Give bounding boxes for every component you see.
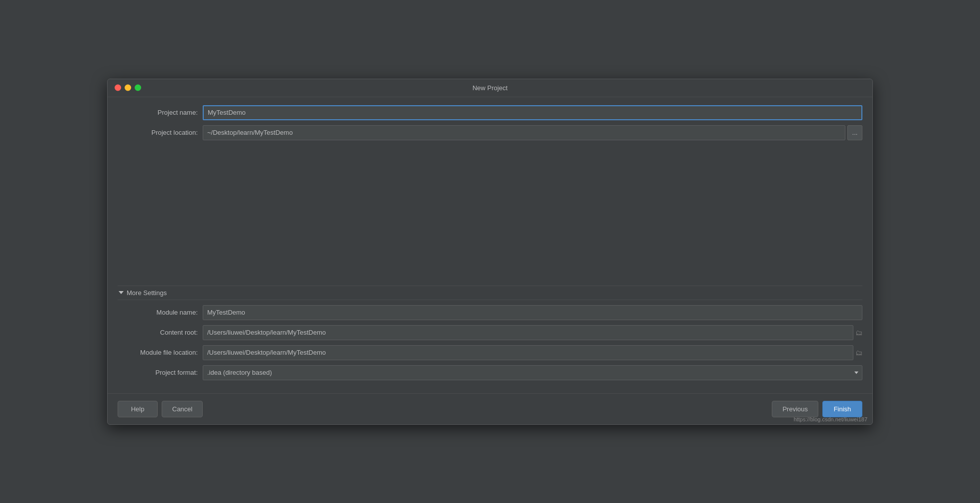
titlebar: New Project bbox=[108, 79, 872, 97]
footer-right: Previous Finish bbox=[772, 401, 862, 417]
project-name-input[interactable] bbox=[203, 105, 862, 120]
browse-button[interactable]: ... bbox=[847, 125, 862, 140]
project-location-label: Project location: bbox=[118, 129, 198, 136]
traffic-lights bbox=[115, 85, 141, 91]
chevron-down-icon bbox=[119, 291, 124, 294]
project-format-select[interactable]: .idea (directory based) .ipr (file based… bbox=[203, 365, 862, 380]
project-name-row: Project name: bbox=[118, 105, 862, 120]
previous-button[interactable]: Previous bbox=[772, 401, 818, 417]
dialog-footer: Help Cancel Previous Finish bbox=[108, 393, 872, 424]
footer-left: Help Cancel bbox=[118, 401, 203, 417]
module-name-row: Module name: bbox=[118, 305, 862, 320]
module-file-location-input[interactable] bbox=[203, 345, 853, 360]
project-location-input-wrap: ... bbox=[203, 125, 862, 140]
finish-button[interactable]: Finish bbox=[822, 401, 862, 417]
module-name-label: Module name: bbox=[118, 309, 198, 316]
module-file-location-label: Module file location: bbox=[118, 349, 198, 356]
module-file-location-input-wrap: 🗂 bbox=[203, 345, 862, 360]
content-root-label: Content root: bbox=[118, 329, 198, 336]
more-settings-header[interactable]: More Settings bbox=[118, 286, 862, 300]
watermark: https://blog.csdn.net/liuwei187 bbox=[794, 416, 867, 422]
maximize-button[interactable] bbox=[135, 85, 141, 91]
more-settings-label: More Settings bbox=[127, 289, 167, 297]
content-root-browse-icon[interactable]: 🗂 bbox=[855, 329, 862, 337]
help-button[interactable]: Help bbox=[118, 401, 158, 417]
module-name-input-wrap bbox=[203, 305, 862, 320]
project-location-input[interactable] bbox=[203, 125, 845, 140]
dialog-title: New Project bbox=[472, 84, 508, 92]
new-project-dialog: New Project Project name: Project locati… bbox=[107, 79, 873, 425]
module-name-input[interactable] bbox=[203, 305, 862, 320]
project-format-select-wrap: .idea (directory based) .ipr (file based… bbox=[203, 365, 862, 380]
project-format-label: Project format: bbox=[118, 369, 198, 376]
content-root-input-wrap: 🗂 bbox=[203, 325, 862, 340]
minimize-button[interactable] bbox=[125, 85, 131, 91]
content-root-row: Content root: 🗂 bbox=[118, 325, 862, 340]
project-name-input-wrap bbox=[203, 105, 862, 120]
empty-area bbox=[118, 145, 862, 276]
content-root-input[interactable] bbox=[203, 325, 853, 340]
project-name-label: Project name: bbox=[118, 109, 198, 116]
module-file-location-row: Module file location: 🗂 bbox=[118, 345, 862, 360]
cancel-button[interactable]: Cancel bbox=[162, 401, 203, 417]
more-settings-fields: Module name: Content root: 🗂 Module file bbox=[118, 300, 862, 385]
project-format-row: Project format: .idea (directory based) … bbox=[118, 365, 862, 380]
more-settings-section: More Settings Module name: Content root:… bbox=[118, 286, 862, 385]
close-button[interactable] bbox=[115, 85, 121, 91]
module-file-location-browse-icon[interactable]: 🗂 bbox=[855, 349, 862, 357]
project-format-dropdown-wrap: .idea (directory based) .ipr (file based… bbox=[203, 365, 862, 380]
dialog-body: Project name: Project location: ... More… bbox=[108, 97, 872, 393]
project-location-row: Project location: ... bbox=[118, 125, 862, 140]
